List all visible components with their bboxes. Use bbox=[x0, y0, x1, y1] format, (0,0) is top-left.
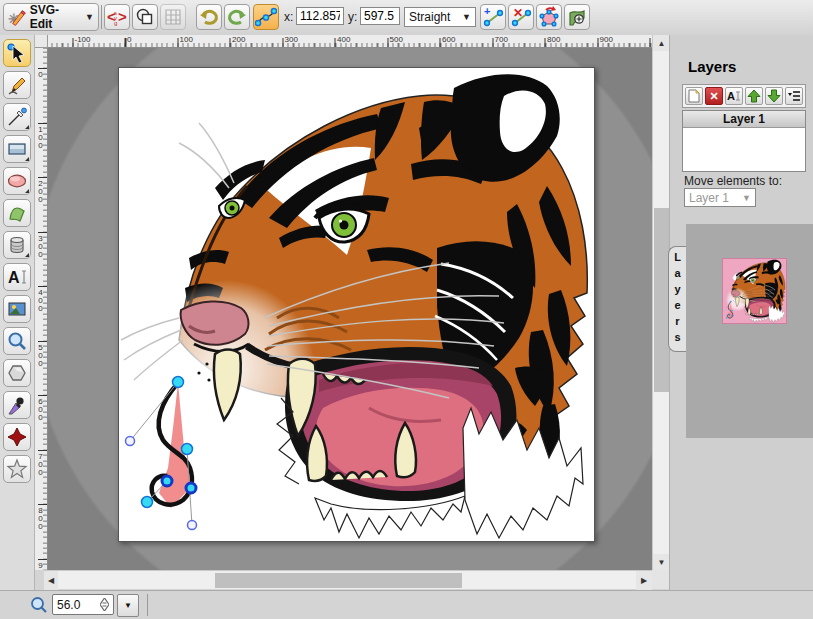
tool-zoom[interactable] bbox=[3, 327, 31, 355]
layers-side-tab[interactable]: Layers bbox=[668, 246, 686, 352]
main-menu-button[interactable]: ✳ SVG-Edit ▼ bbox=[3, 3, 99, 31]
delete-node-icon: ✕ bbox=[510, 6, 532, 28]
hexagon-icon bbox=[6, 362, 28, 384]
wireframe-button[interactable] bbox=[132, 4, 158, 30]
ruler-label: 900 bbox=[36, 561, 45, 571]
move-elements-value: Layer 1 bbox=[689, 191, 729, 205]
svg-text:✕: ✕ bbox=[513, 6, 523, 20]
tiger-artwork bbox=[119, 68, 594, 541]
tool-shape-library[interactable] bbox=[3, 231, 31, 259]
layer-menu-icon bbox=[787, 89, 801, 103]
layers-side-tab-label: Layers bbox=[672, 251, 684, 347]
vertical-scrollbar[interactable]: ▲ ▼ bbox=[652, 35, 669, 570]
open-path-icon bbox=[538, 6, 560, 28]
scroll-down-button[interactable]: ▼ bbox=[653, 554, 670, 570]
segment-type-select[interactable]: Straight ▼ bbox=[404, 7, 476, 27]
ruler-label: 0 bbox=[127, 35, 131, 44]
bottom-bar-separator bbox=[147, 594, 148, 616]
tool-star[interactable] bbox=[3, 455, 31, 483]
drawing-thumbnail bbox=[722, 258, 787, 324]
x-coordinate-input[interactable] bbox=[296, 7, 344, 25]
tool-polygon[interactable] bbox=[3, 359, 31, 387]
rename-layer-icon: A bbox=[727, 89, 741, 103]
path-shape-icon bbox=[6, 202, 28, 224]
new-layer-button[interactable] bbox=[685, 87, 703, 105]
magnifier-icon bbox=[6, 330, 28, 352]
tool-select[interactable] bbox=[3, 39, 31, 67]
delete-node-button[interactable]: ✕ bbox=[508, 4, 534, 30]
preview-area bbox=[686, 224, 813, 438]
tool-cross-shape[interactable] bbox=[3, 423, 31, 451]
move-layer-up-button[interactable] bbox=[745, 87, 763, 105]
ruler-label: 700 bbox=[36, 452, 45, 476]
ruler-label: 100 bbox=[180, 35, 193, 44]
horizontal-scrollbar[interactable]: ◀ ▶ bbox=[44, 570, 652, 589]
svg-text:A: A bbox=[8, 269, 20, 286]
ruler-label: -100 bbox=[75, 35, 91, 44]
move-layer-down-button[interactable] bbox=[765, 87, 783, 105]
edit-path-nodes-icon bbox=[255, 6, 277, 28]
tool-line[interactable] bbox=[3, 103, 31, 131]
zoom-level-icon bbox=[30, 596, 48, 614]
main-menu-caret: ▼ bbox=[85, 12, 94, 22]
ruler-label: 600 bbox=[36, 397, 45, 421]
spinner-icon[interactable] bbox=[100, 598, 109, 611]
link-control-points-button[interactable] bbox=[564, 4, 590, 30]
segment-type-caret: ▼ bbox=[462, 12, 471, 22]
segment-type-value: Straight bbox=[409, 10, 450, 24]
source-editor-button[interactable]: < > svg bbox=[104, 4, 130, 30]
ruler-label: 200 bbox=[36, 179, 45, 203]
zoom-dropdown-caret: ▼ bbox=[124, 601, 132, 610]
move-elements-select[interactable]: Layer 1 ▼ bbox=[684, 188, 756, 207]
delete-layer-button[interactable]: ✕ bbox=[705, 87, 723, 105]
image-icon bbox=[6, 298, 28, 320]
up-arrow-icon bbox=[747, 89, 761, 103]
zoom-dropdown-button[interactable]: ▼ bbox=[117, 594, 139, 617]
svg-canvas[interactable] bbox=[118, 67, 595, 542]
layer-options-button[interactable] bbox=[785, 87, 803, 105]
ruler-label: 500 bbox=[36, 343, 45, 367]
ruler-label: 300 bbox=[36, 234, 45, 258]
scroll-right-button[interactable]: ▶ bbox=[636, 571, 652, 590]
svg-text:+: + bbox=[484, 6, 490, 17]
scroll-left-button[interactable]: ◀ bbox=[44, 571, 58, 590]
svg-text:A: A bbox=[727, 90, 735, 102]
layer-list[interactable]: Layer 1 bbox=[682, 110, 806, 172]
path-edit-mode-button[interactable] bbox=[253, 4, 279, 30]
tool-ellipse[interactable] bbox=[3, 167, 31, 195]
toolbar-separator bbox=[101, 5, 102, 29]
add-node-button[interactable]: + bbox=[480, 4, 506, 30]
y-coordinate-label: y: bbox=[348, 10, 357, 24]
y-coordinate-input[interactable] bbox=[360, 7, 400, 25]
svg-text:>: > bbox=[118, 8, 127, 25]
redo-button[interactable] bbox=[224, 4, 250, 30]
ruler-label: 400 bbox=[337, 35, 350, 44]
add-node-icon: + bbox=[482, 6, 504, 28]
move-elements-label: Move elements to: bbox=[684, 174, 782, 188]
zoom-level-input[interactable]: 56.0 bbox=[52, 594, 114, 615]
undo-button[interactable] bbox=[196, 4, 222, 30]
tool-text[interactable]: A bbox=[3, 263, 31, 291]
ruler-label: 0 bbox=[36, 70, 45, 78]
workspace bbox=[48, 48, 652, 570]
scroll-up-button[interactable]: ▲ bbox=[653, 35, 670, 51]
tool-eyedropper[interactable] bbox=[3, 391, 31, 419]
thumbnail-tiger-artwork bbox=[723, 259, 786, 323]
horizontal-scroll-thumb[interactable] bbox=[215, 573, 462, 588]
ruler-label: 800 bbox=[36, 506, 45, 530]
ruler-label: 900 bbox=[600, 35, 613, 44]
layer-buttons-row: ✕ A bbox=[682, 84, 806, 108]
tool-path[interactable] bbox=[3, 199, 31, 227]
rename-layer-button[interactable]: A bbox=[725, 87, 743, 105]
tool-pencil[interactable] bbox=[3, 71, 31, 99]
pencil-icon bbox=[6, 74, 28, 96]
tool-rect[interactable] bbox=[3, 135, 31, 163]
layer-row-layer1[interactable]: Layer 1 bbox=[683, 111, 805, 128]
vertical-scroll-thumb[interactable] bbox=[654, 208, 669, 392]
top-toolbar: ✳ SVG-Edit ▼ < > svg bbox=[0, 0, 813, 36]
svg-source-icon: < > svg bbox=[107, 7, 127, 27]
grid-button[interactable] bbox=[160, 4, 186, 30]
eyedropper-icon bbox=[6, 394, 28, 416]
tool-image[interactable] bbox=[3, 295, 31, 323]
open-close-path-button[interactable] bbox=[536, 4, 562, 30]
